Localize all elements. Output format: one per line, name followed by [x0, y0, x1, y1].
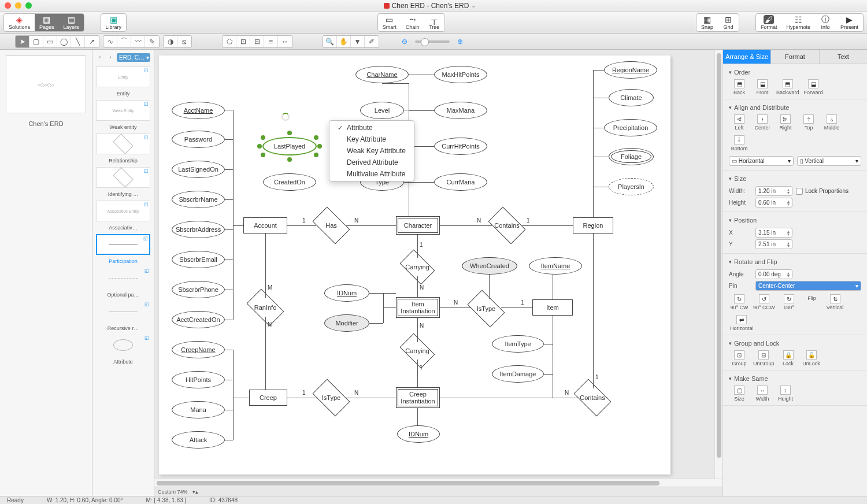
ctx-derived-attribute[interactable]: Derived Attribute — [329, 157, 414, 168]
align-center-button[interactable]: ⫶Center — [752, 113, 773, 132]
attr-mana[interactable]: Mana — [172, 401, 225, 418]
smart-button[interactable]: ▭Smart — [378, 14, 401, 31]
order-front-button[interactable]: ⬓Front — [752, 78, 773, 97]
eyedropper-tool[interactable]: ✐ — [365, 36, 379, 47]
tab-text[interactable]: Text — [820, 50, 867, 64]
expand-icon[interactable]: ◱ — [144, 302, 149, 307]
attr-createdon[interactable]: CreatedOn — [263, 173, 316, 191]
ent-creep-inst[interactable]: Creep Instantiation — [396, 387, 440, 408]
ungroup-tool[interactable]: ⊟ — [250, 36, 264, 47]
chain-button[interactable]: ⤳Chain — [401, 14, 424, 31]
rel-istype-item[interactable]: IsType — [470, 298, 502, 319]
attr-whencreated[interactable]: WhenCreated — [462, 257, 517, 275]
attr-itemtype[interactable]: ItemType — [492, 335, 544, 353]
vertical-scrollbar[interactable] — [714, 50, 722, 479]
attr-playersin[interactable]: PlayersIn — [609, 178, 654, 195]
lib-fwd-icon[interactable]: › — [106, 54, 114, 62]
lib-participation[interactable]: ◱ — [96, 234, 150, 255]
curve-tool[interactable]: ∿ — [103, 36, 117, 47]
lib-attribute[interactable]: ◱ — [96, 335, 150, 355]
attr-precip[interactable]: Precipitation — [604, 119, 657, 136]
info-button[interactable]: ⓘInfo — [815, 14, 836, 31]
lib-assoc-entity[interactable]: Associative Entity◱ — [96, 201, 150, 221]
library-selector[interactable]: ERD, C… ▾ — [117, 53, 150, 62]
ent-creep[interactable]: Creep — [249, 390, 287, 406]
distribute-horizontal-select[interactable]: ▭ Horizontal▾ — [729, 156, 794, 166]
position-section-title[interactable]: Position — [729, 214, 861, 226]
page-thumbnail[interactable]: ◇◯◇◯◇ — [6, 55, 86, 113]
canvas[interactable]: AcctName Password LastSignedOn SbscrbrNa… — [159, 55, 670, 475]
horizontal-scrollbar[interactable] — [154, 479, 722, 487]
ellipse-tool[interactable]: ◯ — [57, 36, 71, 47]
rect-tool[interactable]: ▭ — [43, 36, 57, 47]
attr-creepname[interactable]: CreepName — [172, 341, 225, 358]
pages-button[interactable]: ▦Pages — [35, 14, 59, 31]
flip-vertical-button[interactable]: ⇅Vertical — [825, 293, 846, 312]
lock-button[interactable]: 🔒Lock — [778, 349, 799, 368]
rel-has[interactable]: Has — [315, 215, 347, 236]
spline-tool[interactable]: 〰 — [131, 36, 145, 47]
tab-arrange-size[interactable]: Arrange & Size — [723, 50, 771, 64]
zoom-slider[interactable] — [415, 40, 450, 43]
attr-lastplayed[interactable]: LastPlayed — [263, 138, 316, 155]
distribute-vertical-select[interactable]: ▯ Vertical▾ — [797, 156, 862, 166]
rel-raninfo[interactable]: RanInfo — [249, 297, 281, 318]
rotate-section-title[interactable]: Rotate and Flip — [729, 256, 861, 268]
solutions-button[interactable]: ◈Solutions — [4, 14, 35, 31]
align-top-button[interactable]: ⫯Top — [798, 113, 819, 132]
expand-icon[interactable]: ◱ — [144, 335, 149, 340]
group-section-title[interactable]: Group and Lock — [729, 338, 861, 349]
lib-ident-rel[interactable]: ◱ — [96, 167, 150, 188]
align-middle-button[interactable]: ⫰Middle — [821, 113, 842, 132]
rel-contains-region[interactable]: Contains — [491, 215, 523, 236]
order-backward-button[interactable]: ⬒Backward — [775, 78, 801, 97]
ent-item[interactable]: Item — [532, 299, 573, 316]
hypernote-button[interactable]: ☷Hypernote — [781, 14, 815, 31]
tab-format[interactable]: Format — [771, 50, 819, 64]
align-left-button[interactable]: ⫷Left — [729, 113, 750, 132]
angle-input[interactable]: 0.00 deg▴▾ — [755, 269, 792, 279]
expand-icon[interactable]: ◱ — [143, 236, 148, 241]
attr-lastsigned[interactable]: LastSignedOn — [172, 161, 225, 178]
expand-icon[interactable]: ◱ — [144, 202, 149, 207]
attr-acctcreated[interactable]: AcctCreatedOn — [172, 311, 225, 328]
paint-tool[interactable]: ◑ — [164, 36, 177, 47]
lib-weak-entity[interactable]: Weak Entity◱ — [96, 100, 150, 121]
zoom-in-icon[interactable]: ⊕ — [453, 36, 467, 47]
ctx-key-attribute[interactable]: Key Attribute — [329, 134, 414, 145]
attr-hitpoints[interactable]: HitPoints — [172, 371, 225, 388]
close-window-icon[interactable] — [5, 2, 11, 9]
height-input[interactable]: 0.60 in▴▾ — [755, 198, 792, 207]
chevron-down-icon[interactable]: ⌄ — [471, 2, 476, 9]
lib-back-icon[interactable]: ‹ — [96, 54, 104, 62]
resize-handle-s[interactable] — [287, 157, 292, 162]
attr-currmana[interactable]: CurrMana — [434, 173, 487, 191]
attr-charname[interactable]: CharName — [355, 66, 409, 83]
x-input[interactable]: 3.15 in▴▾ — [755, 228, 792, 238]
expand-icon[interactable]: ◱ — [144, 101, 149, 106]
attr-foliage[interactable]: Foliage — [609, 148, 654, 165]
attr-sbaddr[interactable]: SbscrbrAddress — [172, 221, 225, 238]
rel-carrying-creep[interactable]: Carrying — [402, 341, 432, 361]
attr-sbphone[interactable]: SbscrbrPhone — [172, 281, 225, 298]
rel-carrying-char[interactable]: Carrying — [402, 257, 432, 277]
align-right-button[interactable]: ⫸Right — [775, 113, 796, 132]
ctx-attribute[interactable]: ✓Attribute — [329, 122, 414, 134]
attr-level[interactable]: Level — [360, 102, 404, 119]
attr-currhit[interactable]: CurrHitPoints — [434, 138, 487, 155]
resize-handle-sw[interactable] — [261, 153, 265, 157]
attr-acctname[interactable]: AcctName — [172, 102, 225, 119]
make-same-section-title[interactable]: Make Same — [729, 373, 861, 384]
zoom-control[interactable]: Custom 74%▾▴ — [154, 487, 722, 496]
stamp-tool[interactable]: ▼ — [351, 36, 365, 47]
y-input[interactable]: 2.51 in▴▾ — [755, 239, 792, 249]
canvas-area[interactable]: AcctName Password LastSignedOn SbscrbrNa… — [154, 50, 722, 496]
rel-contains-creep[interactable]: Contains — [576, 387, 609, 408]
connector-tool[interactable]: ↗ — [85, 36, 99, 47]
polygon-tool[interactable]: ⬠ — [223, 36, 236, 47]
align-tool[interactable]: ≡ — [264, 36, 278, 47]
group-button[interactable]: ⊡Group — [729, 349, 750, 368]
zoom-window-icon[interactable] — [25, 2, 32, 9]
pin-select[interactable]: Center-Center▾ — [755, 281, 861, 291]
tree-button[interactable]: ┬Tree — [424, 14, 444, 31]
